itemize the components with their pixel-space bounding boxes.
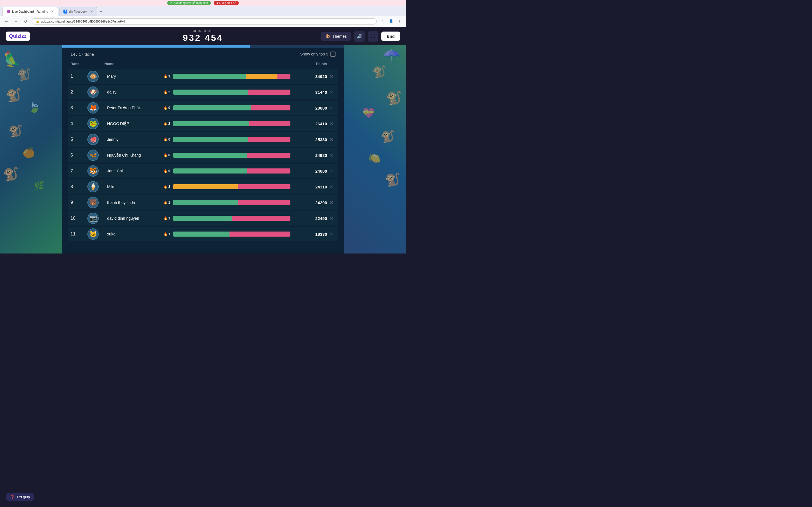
streak-badge: 🔥 2 (163, 90, 172, 94)
volume-btn[interactable]: 🔊 (354, 31, 365, 42)
bar-wrong (247, 168, 290, 173)
player-name: thanh thúy linda (104, 200, 161, 205)
remove-player-btn[interactable]: ✕ (327, 168, 336, 174)
screen-share-banner: ✓ Bạn đang chia sẻ màn hình ■ Dừng chia … (0, 0, 406, 6)
tab-live-dashboard[interactable]: 🟣 Live Dashboard - Running ✕ (2, 7, 58, 16)
show-top5-checkbox[interactable] (331, 52, 336, 57)
points-value: 24980 (293, 153, 327, 158)
deco-monkey-6: 🐒 (386, 91, 402, 105)
profile-btn[interactable]: 👤 (388, 18, 395, 25)
forward-btn[interactable]: → (12, 18, 20, 25)
player-name: david dinh nguyen (104, 216, 161, 221)
score-bar: 🔥 1 (161, 231, 293, 237)
bar-wrong (248, 90, 290, 95)
remove-player-btn[interactable]: ✕ (327, 216, 336, 221)
tab-facebook-close-btn[interactable]: ✕ (90, 10, 93, 13)
volume-icon: 🔊 (357, 34, 362, 39)
player-name: daisy (104, 90, 161, 94)
table-row: 3 🦊 Peter Trường Phát 🔥 0 28880 ✕ (68, 101, 338, 115)
main-content: 🦜 🐒 🐒 🍃 🐒 🍊 🐒 🌿 ☂️ 🐒 🐒 💝 🐒 🍋 🐒 14 / 17 d… (0, 45, 406, 253)
fullscreen-btn[interactable]: ⛶ (368, 31, 378, 42)
progress-tab-3 (250, 45, 344, 48)
bar-wrong (232, 216, 290, 221)
rank-number: 3 (70, 105, 87, 110)
rank-number: 5 (70, 137, 87, 142)
themes-button[interactable]: 🎨 Themes (321, 32, 351, 41)
url-bar[interactable]: 🔒 quizizz.com/admin/quiz/61468406b4f0860… (32, 18, 377, 24)
progress-bar (173, 231, 290, 237)
score-bar: 🔥 0 (161, 168, 293, 173)
address-bar: ← → ↺ 🔒 quizizz.com/admin/quiz/61468406b… (0, 16, 406, 27)
streak-count: 1 (168, 201, 170, 205)
remove-player-btn[interactable]: ✕ (327, 137, 336, 142)
palette-icon: 🎨 (325, 34, 330, 39)
rank-number: 11 (70, 231, 87, 237)
tab-bar: 🟣 Live Dashboard - Running ✕ f (8) Faceb… (0, 6, 406, 16)
progress-bar (173, 121, 290, 126)
points-value: 28880 (293, 106, 327, 110)
table-header: Rank Name Points (68, 60, 338, 68)
remove-player-btn[interactable]: ✕ (327, 231, 336, 237)
bar-correct (173, 168, 247, 173)
progress-bar (173, 105, 290, 110)
tab-facebook[interactable]: f (8) Facebook ✕ (59, 7, 97, 16)
bar-streak (173, 184, 238, 189)
fire-icon: 🔥 (163, 90, 168, 94)
bar-wrong (247, 153, 290, 158)
progress-bar (173, 168, 290, 173)
deco-monkey-8: 🐒 (385, 172, 400, 187)
bar-wrong (238, 184, 290, 189)
bar-wrong (277, 74, 290, 79)
remove-player-btn[interactable]: ✕ (327, 105, 336, 111)
streak-count: 0 (168, 169, 170, 173)
remove-player-btn[interactable]: ✕ (327, 121, 336, 126)
back-btn[interactable]: ← (3, 18, 10, 25)
table-row: 7 🐯 Jane Chi 🔥 0 24600 ✕ (68, 164, 338, 178)
remove-player-btn[interactable]: ✕ (327, 200, 336, 205)
quizizz-logo[interactable]: Quizizz (6, 32, 30, 41)
stop-sharing-btn[interactable]: ■ Dừng chia sẻ (214, 1, 239, 5)
bar-correct (173, 137, 248, 142)
bookmark-btn[interactable]: ☆ (379, 18, 386, 25)
streak-badge: 🔥 1 (163, 201, 172, 205)
rank-number: 2 (70, 90, 87, 95)
join-code-label: JOIN CODE (183, 29, 223, 33)
remove-player-btn[interactable]: ✕ (327, 74, 336, 79)
table-row: 11 🐱 xuka 🔥 1 18330 ✕ (68, 227, 338, 241)
deco-leaf-2: 🌿 (34, 180, 44, 190)
remove-player-btn[interactable]: ✕ (327, 184, 336, 189)
table-row: 10 📷 david dinh nguyen 🔥 1 22490 ✕ (68, 211, 338, 226)
table-row: 5 🐙 Jimmy 🔥 0 25380 ✕ (68, 132, 338, 147)
deco-monkey-5: 🐒 (372, 65, 386, 78)
header-actions: 🎨 Themes 🔊 ⛶ End (321, 31, 400, 42)
bar-correct (173, 153, 247, 158)
streak-count: 1 (168, 216, 170, 220)
browser-actions: ☆ 👤 ⋮ (379, 18, 403, 25)
deco-monkey-7: 🐒 (380, 130, 395, 143)
menu-btn[interactable]: ⋮ (396, 18, 403, 25)
remove-player-btn[interactable]: ✕ (327, 90, 336, 95)
bar-correct (173, 200, 238, 205)
score-bar: 🔥 2 (161, 90, 293, 95)
new-tab-btn[interactable]: + (97, 9, 105, 15)
score-bar: 🔥 3 (161, 184, 293, 189)
end-button[interactable]: End (381, 32, 400, 41)
remove-player-btn[interactable]: ✕ (327, 153, 336, 158)
bar-correct (173, 90, 248, 95)
reload-btn[interactable]: ↺ (22, 18, 29, 25)
player-name: xuka (104, 232, 161, 236)
score-bar: 🔥 1 (161, 216, 293, 221)
join-code-section: JOIN CODE 932 454 (183, 29, 223, 43)
rank-number: 4 (70, 121, 87, 126)
leaderboard-topbar: 14 / 17 done Show only top 5 (62, 48, 344, 60)
avatar: 🦋 (87, 150, 99, 161)
player-rows-container: 1 🐵 Mary 🔥 3 34920 ✕ 2 🐶 (68, 69, 338, 241)
done-count: 14 / 17 done (70, 52, 94, 57)
bar-wrong (251, 105, 290, 110)
streak-badge: 🔥 0 (163, 169, 172, 173)
points-value: 24310 (293, 184, 327, 189)
points-value: 26410 (293, 121, 327, 126)
tab-close-btn[interactable]: ✕ (51, 10, 54, 13)
deco-monkey-1: 🐒 (17, 68, 31, 81)
table-row: 1 🐵 Mary 🔥 3 34920 ✕ (68, 69, 338, 83)
